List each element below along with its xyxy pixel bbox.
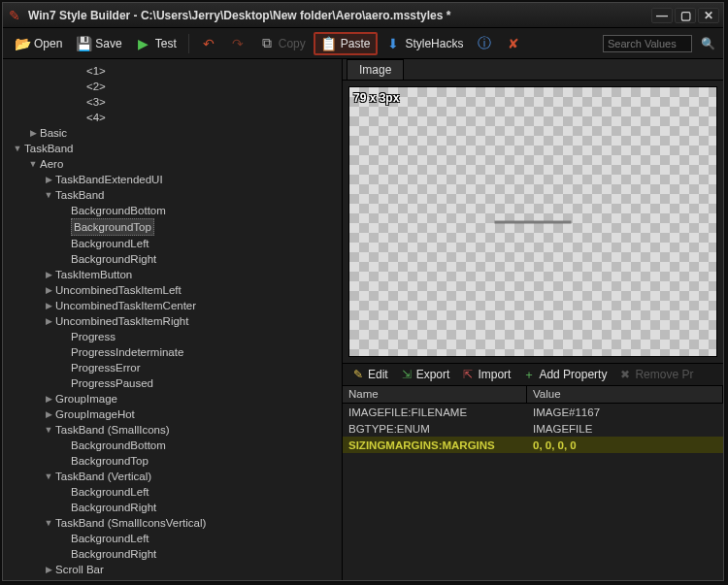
tree-item[interactable]: ▶UncombinedTaskItemRight — [42, 313, 342, 329]
tree-item[interactable]: ▼TaskBand — [11, 141, 342, 156]
tree-item[interactable]: ▶Basic — [26, 577, 342, 580]
remove-property-button[interactable]: ✖ Remove Pr — [613, 366, 698, 383]
test-button[interactable]: ▶ Test — [130, 33, 182, 54]
title-bar[interactable]: ✎ Win7 Style Builder - C:\Users\Jerry\De… — [3, 3, 723, 28]
tree-item[interactable]: BackgroundRight — [57, 251, 342, 267]
tree-item[interactable]: BackgroundRight — [57, 546, 342, 562]
table-body[interactable]: IMAGEFILE:FILENAMEIMAGE#1167BGTYPE:ENUMI… — [343, 404, 723, 580]
chevron-down-icon[interactable]: ▼ — [44, 187, 53, 203]
stylehacks-button[interactable]: ⬇ StyleHacks — [380, 33, 469, 54]
tree-panel[interactable]: <1><2><3><4>▶Basic▼TaskBand▼Aero▶TaskBan… — [3, 59, 343, 580]
image-preview[interactable]: 79 x 3px — [348, 86, 717, 357]
chevron-right-icon[interactable]: ▶ — [28, 577, 38, 580]
undo-button[interactable]: ↶ — [195, 33, 222, 54]
search-input[interactable] — [603, 35, 692, 52]
chevron-down-icon[interactable]: ▼ — [44, 422, 53, 438]
tree-item[interactable]: BackgroundTop — [57, 453, 342, 469]
property-tree[interactable]: <1><2><3><4>▶Basic▼TaskBand▼Aero▶TaskBan… — [3, 63, 342, 580]
tree-item-label: UncombinedTaskItemCenter — [55, 298, 196, 313]
chevron-down-icon[interactable]: ▼ — [44, 515, 53, 531]
chevron-down-icon[interactable]: ▼ — [13, 141, 22, 156]
tree-item[interactable]: ProgressError — [57, 360, 342, 375]
tree-item-label: TaskBand (SmallIcons) — [55, 422, 170, 438]
close-button[interactable]: ✕ — [698, 8, 719, 23]
tree-item[interactable]: BackgroundLeft — [57, 236, 342, 251]
tree-item[interactable]: BackgroundLeft — [57, 531, 342, 546]
info-button[interactable]: ⓘ — [471, 33, 498, 54]
tree-item[interactable]: ▼TaskBand (Vertical) — [42, 469, 342, 484]
tree-item[interactable]: ▶GroupImageHot — [42, 406, 342, 422]
tree-item[interactable]: BackgroundTop — [57, 218, 342, 236]
main-toolbar: 📂 Open 💾 Save ▶ Test ↶ ↷ ⧉ Copy 📋 Paste … — [3, 28, 723, 59]
tree-item-label: BackgroundTop — [71, 218, 154, 236]
tree-item[interactable]: ▼TaskBand (SmallIconsVertical) — [42, 515, 342, 531]
chevron-right-icon[interactable]: ▶ — [44, 391, 53, 406]
chevron-down-icon[interactable]: ▼ — [44, 469, 53, 484]
tree-item[interactable]: ▶GroupImage — [42, 391, 342, 406]
paste-button[interactable]: 📋 Paste — [314, 32, 379, 55]
table-row[interactable]: SIZINGMARGINS:MARGINS0, 0, 0, 0 — [343, 437, 723, 453]
chevron-down-icon[interactable]: ▼ — [28, 156, 38, 172]
chevron-right-icon[interactable]: ▶ — [44, 298, 53, 313]
table-row[interactable]: BGTYPE:ENUMIMAGEFILE — [343, 420, 723, 437]
tree-item[interactable]: <2> — [73, 79, 342, 94]
chevron-right-icon[interactable]: ▶ — [44, 172, 53, 187]
tree-item-label: <4> — [86, 110, 106, 125]
tree-item-label: <1> — [86, 63, 106, 79]
import-button[interactable]: ⇱ Import — [456, 366, 515, 383]
tree-item[interactable]: BackgroundBottom — [57, 438, 342, 453]
search-button[interactable]: 🔍 — [698, 35, 717, 52]
open-button[interactable]: 📂 Open — [9, 33, 68, 54]
pin-button[interactable]: ✘ — [500, 33, 527, 54]
tree-item[interactable]: ▶TaskItemButton — [42, 267, 342, 282]
tree-item-label: Basic — [40, 577, 67, 580]
tree-item[interactable]: ▶Basic — [26, 125, 342, 141]
tree-item[interactable]: ▶Scroll Bar — [42, 562, 342, 577]
redo-button[interactable]: ↷ — [224, 33, 251, 54]
column-value[interactable]: Value — [527, 386, 723, 403]
tab-image[interactable]: Image — [347, 59, 404, 80]
redo-icon: ↷ — [230, 36, 246, 51]
minimize-button[interactable]: — — [651, 8, 673, 23]
tree-item[interactable]: ▶UncombinedTaskItemCenter — [42, 298, 342, 313]
chevron-right-icon[interactable]: ▶ — [44, 562, 53, 577]
tree-item-label: TaskBand (Vertical) — [55, 469, 151, 484]
copy-icon: ⧉ — [259, 36, 275, 51]
remove-icon: ✖ — [618, 368, 632, 381]
chevron-right-icon[interactable]: ▶ — [44, 313, 53, 329]
chevron-right-icon[interactable]: ▶ — [44, 406, 53, 422]
pencil-icon: ✎ — [351, 368, 365, 381]
tree-item[interactable]: ▼TaskBand — [42, 187, 342, 203]
tree-item-label: UncombinedTaskItemRight — [55, 313, 188, 329]
tree-item[interactable]: <4> — [73, 110, 342, 125]
chevron-right-icon[interactable]: ▶ — [44, 267, 53, 282]
tree-item[interactable]: ▶TaskBandExtendedUI — [42, 172, 342, 187]
tree-item[interactable]: ProgressIndeterminate — [57, 344, 342, 360]
copy-button[interactable]: ⧉ Copy — [253, 33, 312, 54]
tree-item[interactable]: BackgroundBottom — [57, 203, 342, 218]
export-button[interactable]: ⇲ Export — [395, 366, 455, 383]
column-name[interactable]: Name — [343, 386, 527, 403]
plus-icon: ＋ — [522, 368, 536, 381]
chevron-right-icon[interactable]: ▶ — [28, 125, 38, 141]
table-row[interactable]: IMAGEFILE:FILENAMEIMAGE#1167 — [343, 404, 723, 420]
tree-item[interactable]: ▼Aero — [26, 156, 342, 172]
tree-item[interactable]: ▼TaskBand (SmallIcons) — [42, 422, 342, 438]
window-title: Win7 Style Builder - C:\Users\Jerry\Desk… — [28, 9, 651, 22]
tree-item[interactable]: <3> — [73, 94, 342, 110]
paste-icon: 📋 — [321, 36, 337, 51]
tree-item-label: TaskBand — [55, 187, 105, 203]
tree-item[interactable]: Progress — [57, 329, 342, 344]
save-button[interactable]: 💾 Save — [70, 33, 127, 54]
add-property-button[interactable]: ＋ Add Property — [517, 366, 612, 383]
tree-item[interactable]: ProgressPaused — [57, 375, 342, 391]
tree-item[interactable]: BackgroundRight — [57, 500, 342, 515]
tree-item[interactable]: <1> — [73, 63, 342, 79]
edit-property-button[interactable]: ✎ Edit — [347, 366, 393, 383]
chevron-right-icon[interactable]: ▶ — [44, 282, 53, 298]
play-icon: ▶ — [136, 36, 151, 51]
tree-item[interactable]: ▶UncombinedTaskItemLeft — [42, 282, 342, 298]
paste-label: Paste — [341, 37, 371, 50]
maximize-button[interactable]: ▢ — [675, 8, 696, 23]
tree-item[interactable]: BackgroundLeft — [57, 484, 342, 500]
